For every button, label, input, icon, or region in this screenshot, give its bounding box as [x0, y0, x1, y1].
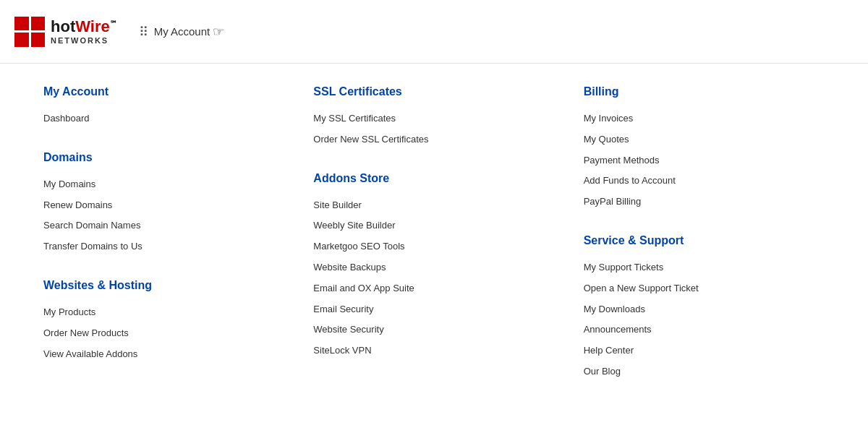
- menu-item-1-1-3[interactable]: Website Backups: [313, 257, 554, 278]
- menu-item-2-1-2[interactable]: My Downloads: [584, 299, 825, 320]
- menu-item-1-1-6[interactable]: Website Security: [313, 320, 554, 340]
- menu-item-2-0-1[interactable]: My Quotes: [584, 129, 825, 150]
- menu-item-1-1-0[interactable]: Site Builder: [313, 195, 554, 216]
- menu-item-2-0-4[interactable]: PayPal Billing: [584, 192, 825, 213]
- menu-container: My AccountDashboardDomainsMy DomainsRene…: [0, 64, 868, 426]
- menu-item-0-1-3[interactable]: Transfer Domains to Us: [43, 236, 284, 257]
- menu-item-1-1-2[interactable]: Marketgoo SEO Tools: [313, 236, 554, 257]
- menu-section-2-1: Service & SupportMy Support TicketsOpen …: [584, 234, 825, 382]
- menu-item-0-0-0[interactable]: Dashboard: [43, 108, 284, 129]
- logo-text: hotWire℠ NETWORKS: [51, 18, 117, 44]
- menu-section-1-1: Addons StoreSite BuilderWeebly Site Buil…: [313, 172, 554, 361]
- menu-item-0-2-0[interactable]: My Products: [43, 302, 284, 323]
- section-title-1-1: Addons Store: [313, 172, 554, 185]
- nav-account-label: My Account: [154, 25, 210, 38]
- menu-item-2-1-5[interactable]: Our Blog: [584, 361, 825, 382]
- menu-item-2-0-3[interactable]: Add Funds to Account: [584, 171, 825, 192]
- menu-item-2-1-4[interactable]: Help Center: [584, 340, 825, 361]
- logo-icon: [14, 17, 45, 47]
- menu-item-1-1-4[interactable]: Email and OX App Suite: [313, 278, 554, 299]
- menu-item-0-2-1[interactable]: Order New Products: [43, 323, 284, 344]
- cursor-icon: ☞: [213, 24, 224, 40]
- logo-square-4: [31, 33, 46, 47]
- logo-name: hotWire℠: [51, 18, 117, 35]
- menu-column-2: BillingMy InvoicesMy QuotesPayment Metho…: [569, 85, 839, 404]
- section-title-2-0: Billing: [584, 85, 825, 98]
- logo: hotWire℠ NETWORKS: [14, 17, 117, 47]
- menu-item-2-1-0[interactable]: My Support Tickets: [584, 257, 825, 278]
- menu-item-1-0-0[interactable]: My SSL Certificates: [313, 108, 554, 129]
- section-title-1-0: SSL Certificates: [313, 85, 554, 98]
- menu-item-2-0-0[interactable]: My Invoices: [584, 108, 825, 129]
- menu-item-1-1-7[interactable]: SiteLock VPN: [313, 340, 554, 361]
- menu-item-1-1-5[interactable]: Email Security: [313, 299, 554, 320]
- menu-section-1-0: SSL CertificatesMy SSL CertificatesOrder…: [313, 85, 554, 150]
- menu-section-0-2: Websites & HostingMy ProductsOrder New P…: [43, 279, 284, 364]
- menu-item-0-1-2[interactable]: Search Domain Names: [43, 215, 284, 236]
- dots-icon: ⠿: [139, 24, 148, 40]
- section-title-0-2: Websites & Hosting: [43, 279, 284, 292]
- logo-sub: NETWORKS: [51, 36, 117, 45]
- menu-item-2-1-1[interactable]: Open a New Support Ticket: [584, 278, 825, 299]
- section-title-0-0: My Account: [43, 85, 284, 98]
- section-title-2-1: Service & Support: [584, 234, 825, 247]
- menu-item-0-1-1[interactable]: Renew Domains: [43, 195, 284, 216]
- menu-item-0-1-0[interactable]: My Domains: [43, 174, 284, 195]
- menu-column-0: My AccountDashboardDomainsMy DomainsRene…: [29, 85, 299, 404]
- section-title-0-1: Domains: [43, 151, 284, 164]
- menu-item-2-1-3[interactable]: Announcements: [584, 320, 825, 340]
- menu-item-1-1-1[interactable]: Weebly Site Builder: [313, 215, 554, 236]
- logo-square-2: [31, 17, 46, 31]
- menu-item-2-0-2[interactable]: Payment Methods: [584, 150, 825, 171]
- my-account-nav[interactable]: ⠿ My Account ☞: [139, 24, 225, 40]
- logo-square-3: [14, 33, 29, 47]
- menu-item-1-0-1[interactable]: Order New SSL Certificates: [313, 129, 554, 150]
- header: hotWire℠ NETWORKS ⠿ My Account ☞: [0, 0, 868, 64]
- menu-section-0-0: My AccountDashboard: [43, 85, 284, 129]
- menu-section-0-1: DomainsMy DomainsRenew DomainsSearch Dom…: [43, 151, 284, 257]
- logo-square-1: [14, 17, 29, 31]
- menu-item-0-2-2[interactable]: View Available Addons: [43, 344, 284, 365]
- menu-section-2-0: BillingMy InvoicesMy QuotesPayment Metho…: [584, 85, 825, 213]
- menu-column-1: SSL CertificatesMy SSL CertificatesOrder…: [299, 85, 569, 404]
